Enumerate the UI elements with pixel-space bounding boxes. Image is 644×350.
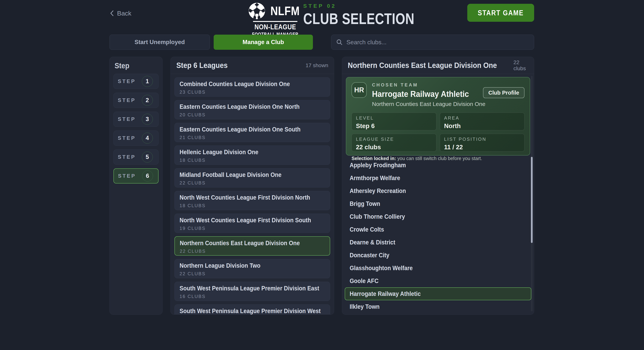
steps-panel-title: Step <box>114 61 129 70</box>
leagues-shown-count: 17 shown <box>306 62 328 68</box>
step-item-label: STEP <box>118 173 136 179</box>
league-clubs-count: 22 CLUBS <box>180 271 325 276</box>
club-row[interactable]: Doncaster City <box>345 249 531 262</box>
club-row[interactable]: Glasshoughton Welfare <box>345 262 531 275</box>
league-item[interactable]: South West Peninsula League Premier Divi… <box>174 304 330 315</box>
step-number-ring: 5 <box>142 152 153 163</box>
club-name: Appleby Frodingham <box>350 162 406 169</box>
stat-label: LEVEL <box>356 115 432 121</box>
club-name: Crowle Colts <box>350 226 384 233</box>
league-name: North West Counties League First Divisio… <box>180 217 311 224</box>
club-selection-screen: Back <box>0 0 644 350</box>
league-item[interactable]: Eastern Counties League Division One Sou… <box>174 123 330 142</box>
club-name: Dearne & District <box>350 239 395 246</box>
club-row[interactable]: Athersley Recreation <box>345 184 531 197</box>
league-name: North West Counties League First Divisio… <box>180 194 310 201</box>
league-item[interactable]: Northern League Division Two 22 CLUBS <box>174 259 330 278</box>
club-name: Harrogate Railway Athletic <box>350 290 421 297</box>
stat-value: 22 clubs <box>356 144 432 151</box>
step-item-label: STEP <box>118 116 136 122</box>
step-number: 5 <box>146 154 149 161</box>
league-name: South West Peninsula League Premier Divi… <box>180 307 321 315</box>
league-item[interactable]: South West Peninsula League Premier Divi… <box>174 282 330 301</box>
selection-locked-note: Selection locked in: you can still switc… <box>352 156 524 161</box>
step-item-label: STEP <box>118 154 136 160</box>
step-item-label: STEP <box>118 97 136 103</box>
league-name: Combined Counties League Division One <box>180 80 290 88</box>
step-item[interactable]: STEP 5 <box>114 150 158 165</box>
league-clubs-count: 22 CLUBS <box>180 249 325 254</box>
start-game-button[interactable]: START GAME <box>467 4 534 22</box>
league-name: South West Peninsula League Premier Divi… <box>180 285 319 292</box>
page-title: CLUB SELECTION <box>303 11 414 26</box>
league-item[interactable]: Eastern Counties League Division One Nor… <box>174 100 330 119</box>
league-clubs-count: 21 CLUBS <box>180 135 325 140</box>
start-unemployed-button[interactable]: Start Unemployed <box>110 35 210 50</box>
league-item[interactable]: North West Counties League First Divisio… <box>174 214 330 233</box>
league-clubs-count: 18 CLUBS <box>180 158 325 163</box>
stat-label: LIST POSITION <box>444 137 520 142</box>
step-item[interactable]: STEP 2 <box>114 93 158 108</box>
stat-box: LEAGUE SIZE 22 clubs <box>352 134 436 152</box>
league-item[interactable]: Midland Football League Division One 22 … <box>174 168 330 187</box>
step-number: 2 <box>146 97 149 104</box>
league-item[interactable]: North West Counties League First Divisio… <box>174 191 330 210</box>
league-clubs-count: 20 CLUBS <box>180 112 325 118</box>
club-row[interactable]: Club Thorne Colliery <box>345 210 531 223</box>
stat-value: North <box>444 122 520 130</box>
step-number-ring: 4 <box>142 133 153 144</box>
league-name: Eastern Counties League Division One Sou… <box>180 126 300 133</box>
club-row[interactable]: Ilkley Town <box>345 300 531 313</box>
search-box <box>331 35 534 50</box>
stat-box: AREA North <box>440 113 525 130</box>
chevron-left-icon <box>110 10 114 16</box>
stat-label: LEAGUE SIZE <box>356 137 432 142</box>
back-button[interactable]: Back <box>110 8 132 18</box>
club-row[interactable]: Dearne & District <box>345 236 531 249</box>
step-number: 3 <box>146 116 149 123</box>
step-item[interactable]: STEP 4 <box>114 131 158 146</box>
step-item[interactable]: STEP 3 <box>114 112 158 127</box>
logo-line1: NON-LEAGUE <box>254 23 296 31</box>
step-item-label: STEP <box>118 79 136 84</box>
league-item[interactable]: Hellenic League Division One 18 CLUBS <box>174 146 330 165</box>
league-item[interactable]: Northern Counties East League Division O… <box>174 236 330 256</box>
app-logo: NLFM NON-LEAGUE FOOTBALL MANAGER <box>253 2 298 37</box>
scrollbar-thumb[interactable] <box>531 157 533 243</box>
search-input[interactable] <box>346 39 529 46</box>
stat-box: LIST POSITION 11 / 22 <box>440 134 525 152</box>
step-number-ring: 6 <box>142 171 153 181</box>
club-name: Doncaster City <box>350 252 390 259</box>
step-number-ring: 2 <box>142 95 153 106</box>
step-item[interactable]: STEP 1 <box>114 74 158 89</box>
division-panel: Northern Counties East League Division O… <box>342 57 534 315</box>
selection-locked-rest: you can still switch club before you sta… <box>396 156 482 161</box>
step-item-label: STEP <box>118 135 136 141</box>
league-name: Northern League Division Two <box>180 262 260 269</box>
leagues-panel: Step 6 Leagues 17 shown Combined Countie… <box>170 57 334 315</box>
division-club-count: 22 clubs <box>514 59 528 71</box>
search-icon <box>336 39 343 45</box>
league-item[interactable]: Combined Counties League Division One 23… <box>174 77 330 97</box>
leagues-panel-title: Step 6 Leagues <box>176 61 228 70</box>
club-profile-button[interactable]: Club Profile <box>483 87 524 98</box>
step-number-ring: 3 <box>142 114 153 125</box>
club-name: Ilkley Town <box>350 303 380 310</box>
league-name: Northern Counties East League Division O… <box>180 239 300 247</box>
league-name: Midland Football League Division One <box>180 171 282 178</box>
club-row[interactable]: Crowle Colts <box>345 223 531 236</box>
stat-value: 11 / 22 <box>444 144 520 151</box>
soccer-ball-icon <box>248 2 266 20</box>
step-number: 4 <box>146 135 149 142</box>
manage-club-button[interactable]: Manage a Club <box>214 35 313 50</box>
stat-value: Step 6 <box>356 122 432 130</box>
league-clubs-count: 23 CLUBS <box>180 89 325 95</box>
back-label: Back <box>117 10 132 17</box>
club-row[interactable]: Armthorpe Welfare <box>345 172 531 184</box>
club-row[interactable]: Harrogate Railway Athletic <box>345 287 531 300</box>
club-row[interactable]: Brigg Town <box>345 197 531 210</box>
club-row[interactable]: Goole AFC <box>345 275 531 287</box>
step-number-ring: 1 <box>142 76 153 87</box>
league-name: Hellenic League Division One <box>180 149 258 156</box>
step-item[interactable]: STEP 6 <box>114 168 158 183</box>
